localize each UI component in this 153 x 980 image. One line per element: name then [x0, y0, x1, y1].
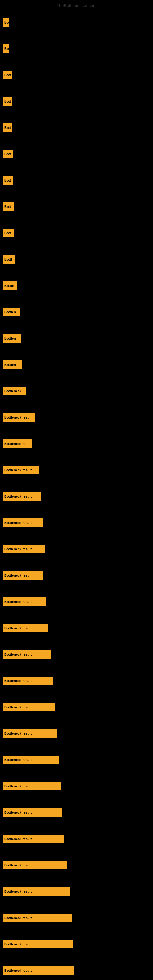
bar-row: Bottleneck result	[3, 510, 150, 536]
bar-row: Bottleneck result	[3, 720, 150, 747]
bottleneck-bar: Bottl	[3, 255, 15, 264]
bottleneck-bar: Bottleneck result	[3, 466, 39, 474]
bottleneck-bar: Bottleneck result	[3, 835, 64, 843]
bottleneck-bar: Bott	[3, 202, 14, 211]
bottleneck-bar: Bottlen	[3, 308, 19, 317]
bar-row: Bott	[3, 62, 150, 88]
bar-row: Bottlen	[3, 325, 150, 352]
bar-row: Bott	[3, 115, 150, 141]
bar-row: Bott	[3, 194, 150, 220]
bottleneck-bar: Bottle	[3, 282, 17, 290]
bottleneck-bar: Bottleneck result	[3, 887, 70, 896]
bar-row: Bottleneck result	[3, 694, 150, 720]
bar-row: Bottleneck result	[3, 747, 150, 773]
bar-row: Bottleneck result	[3, 826, 150, 852]
bar-row: Bottlen	[3, 299, 150, 325]
bottleneck-bar: Bottlen	[3, 334, 21, 343]
bottleneck-bar: Bo	[3, 45, 9, 53]
bottleneck-bar: Bottleneck result	[3, 861, 67, 869]
bar-row: Bottleneck result	[3, 641, 150, 668]
bar-row: Bott	[3, 167, 150, 194]
bar-row: Bo	[3, 9, 150, 35]
bar-row: Bott	[3, 141, 150, 167]
bar-row: Bottleneck result	[3, 878, 150, 905]
bar-row: Bottleneck result	[3, 931, 150, 957]
bottleneck-bar: Bottleneck resu	[3, 571, 43, 580]
bottleneck-bar: Bottleneck result	[3, 966, 74, 975]
bar-row: Bottleneck result	[3, 852, 150, 878]
bottleneck-bar: Bottleneck result	[3, 940, 73, 948]
bar-row: Bottlen	[3, 352, 150, 378]
bottleneck-bar: Bott	[3, 123, 12, 132]
bottleneck-bar: Bottleneck result	[3, 913, 72, 922]
bottleneck-bar: Bo	[3, 18, 9, 27]
bottleneck-bar: Bottleneck	[3, 387, 26, 395]
bar-row: Bottleneck result	[3, 615, 150, 641]
bars-container: BoBoBottBottBottBottBottBottBottBottlBot…	[0, 9, 153, 980]
bottleneck-bar: Bottleneck result	[3, 676, 53, 685]
bottleneck-bar: Bottleneck result	[3, 808, 62, 817]
bottleneck-bar: Bottleneck result	[3, 598, 46, 606]
bar-row: Bottleneck result	[3, 536, 150, 562]
site-title: TheBottlenecker.com	[0, 1, 153, 9]
bottleneck-bar: Bottleneck result	[3, 519, 43, 527]
bottleneck-bar: Bottleneck result	[3, 624, 48, 632]
bottleneck-bar: Bottleneck result	[3, 729, 57, 738]
bottleneck-bar: Bott	[3, 71, 12, 79]
bar-row: Bott	[3, 220, 150, 246]
bar-row: Bottleneck result	[3, 457, 150, 483]
bottleneck-bar: Bottlen	[3, 360, 22, 369]
bottleneck-bar: Bottleneck re	[3, 439, 32, 448]
bar-row: Bottleneck result	[3, 773, 150, 799]
bar-row: Bottleneck result	[3, 483, 150, 510]
bar-row: Bottle	[3, 272, 150, 299]
bar-row: Bottleneck result	[3, 799, 150, 826]
bar-row: Bottleneck result	[3, 668, 150, 694]
bar-row: Bottleneck result	[3, 589, 150, 615]
bar-row: Bottleneck re	[3, 431, 150, 457]
bottleneck-bar: Bott	[3, 229, 14, 237]
bottleneck-bar: Bottleneck result	[3, 545, 45, 554]
bottleneck-bar: Bott	[3, 150, 13, 158]
bar-row: Bottleneck resu	[3, 562, 150, 589]
bar-row: Bottleneck result	[3, 957, 150, 980]
bottleneck-bar: Bottleneck resu	[3, 413, 35, 422]
bar-row: Bottleneck resu	[3, 404, 150, 431]
bottleneck-bar: Bott	[3, 97, 12, 106]
bar-row: Bo	[3, 35, 150, 62]
bottleneck-bar: Bottleneck result	[3, 782, 61, 791]
bar-row: Bott	[3, 88, 150, 115]
bottleneck-bar: Bottleneck result	[3, 756, 59, 764]
bottleneck-bar: Bottleneck result	[3, 492, 41, 501]
bar-row: Bottleneck	[3, 378, 150, 404]
bar-row: Bottl	[3, 246, 150, 272]
bar-row: Bottleneck result	[3, 905, 150, 931]
bottleneck-bar: Bottleneck result	[3, 650, 51, 659]
bottleneck-bar: Bott	[3, 176, 13, 185]
bottleneck-bar: Bottleneck result	[3, 703, 55, 711]
